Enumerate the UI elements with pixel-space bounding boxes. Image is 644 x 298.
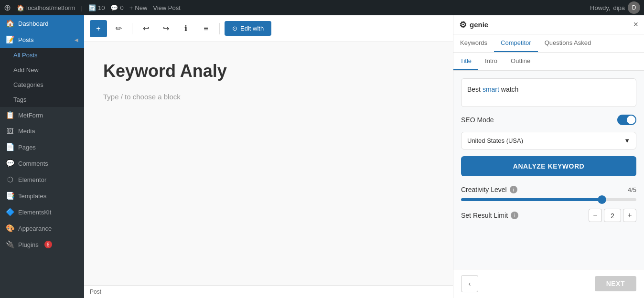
comment-count[interactable]: 💬 0 bbox=[110, 4, 123, 11]
sidebar-label-categories: Categories bbox=[13, 81, 43, 88]
new-item[interactable]: + New bbox=[129, 4, 148, 11]
tab-title-label: Title bbox=[460, 57, 472, 64]
country-selected-value: United States (USA) bbox=[467, 137, 523, 144]
comment-number: 0 bbox=[120, 4, 123, 11]
country-select[interactable]: United States (USA) ▼ bbox=[461, 132, 636, 149]
sidebar-item-all-posts[interactable]: All Posts bbox=[0, 48, 84, 63]
info-button[interactable]: ℹ bbox=[177, 20, 194, 37]
nav-footer: ‹ NEXT bbox=[453, 269, 644, 298]
sidebar-item-plugins[interactable]: 🔌 Plugins 6 bbox=[0, 236, 84, 253]
result-limit-label: Set Result Limit bbox=[461, 212, 508, 219]
creativity-value: 4/5 bbox=[628, 186, 636, 193]
elementor-icon: ⬡ bbox=[6, 175, 14, 184]
sidebar-item-appearance[interactable]: 🎨 Appearance bbox=[0, 220, 84, 236]
sidebar-label-appearance: Appearance bbox=[18, 225, 52, 232]
decrease-limit-button[interactable]: − bbox=[589, 209, 602, 222]
pages-icon: 📄 bbox=[6, 143, 14, 151]
creativity-info-icon[interactable]: i bbox=[510, 186, 517, 193]
sidebar-label-posts: Posts bbox=[18, 36, 34, 43]
result-limit-controls: − 2 + bbox=[589, 209, 636, 222]
info-icon: ℹ bbox=[184, 24, 187, 33]
title-input-box[interactable]: Best smart watch bbox=[461, 78, 636, 107]
sidebar-label-elementskit: ElementsKit bbox=[18, 209, 51, 216]
view-post-link[interactable]: View Post bbox=[153, 4, 181, 11]
increase-limit-button[interactable]: + bbox=[623, 209, 636, 222]
close-panel-button[interactable]: × bbox=[633, 20, 638, 30]
editor-content: Keyword Analy Type / to choose a block bbox=[84, 42, 453, 285]
seo-mode-label: SEO Mode bbox=[461, 116, 494, 124]
main-layout: 🏠 Dashboard 📝 Posts ◀ All Posts Add New … bbox=[0, 15, 644, 298]
toolbar-divider bbox=[132, 23, 132, 34]
analyze-keyword-button[interactable]: ANALYZE KEYWORD bbox=[461, 156, 636, 176]
tab-outline[interactable]: Outline bbox=[504, 53, 537, 70]
genie-icon: ⚙ bbox=[459, 20, 467, 30]
highlight-word: smart bbox=[483, 85, 499, 93]
limit-value: 2 bbox=[604, 209, 621, 222]
footer-label: Post bbox=[90, 288, 101, 295]
genie-label: genie bbox=[470, 21, 488, 29]
sidebar-item-templates[interactable]: 📑 Templates bbox=[0, 188, 84, 204]
seo-mode-row: SEO Mode bbox=[461, 115, 636, 125]
sidebar-item-elementor[interactable]: ⬡ Elementor bbox=[0, 171, 84, 188]
arrow-icon: ◀ bbox=[75, 37, 78, 43]
edit-tool-button[interactable]: ✏ bbox=[110, 20, 127, 37]
edit-with-button[interactable]: ⊙ Edit with bbox=[225, 21, 271, 36]
templates-icon: 📑 bbox=[6, 192, 14, 200]
appearance-icon: 🎨 bbox=[6, 224, 14, 233]
sidebar-item-categories[interactable]: Categories bbox=[0, 77, 84, 92]
update-number: 10 bbox=[98, 4, 105, 11]
creativity-label: Creativity Level bbox=[461, 186, 507, 193]
wp-logo-icon[interactable]: ⊕ bbox=[4, 2, 11, 13]
sidebar-item-pages[interactable]: 📄 Pages bbox=[0, 139, 84, 155]
sidebar-label-pages: Pages bbox=[18, 144, 36, 151]
panel-content: Best smart watch SEO Mode United States … bbox=[453, 71, 644, 269]
tab-title[interactable]: Title bbox=[453, 53, 478, 70]
dashboard-icon: 🏠 bbox=[6, 19, 14, 28]
result-limit-info-icon[interactable]: i bbox=[511, 212, 518, 219]
sidebar-label-elementor: Elementor bbox=[18, 176, 46, 183]
next-button[interactable]: NEXT bbox=[595, 276, 636, 291]
edit-with-label: Edit with bbox=[240, 25, 264, 32]
seo-mode-toggle[interactable] bbox=[617, 115, 636, 125]
tab-competitor[interactable]: Competitor bbox=[494, 34, 538, 52]
tab-intro[interactable]: Intro bbox=[478, 53, 504, 70]
username-text: dipa bbox=[613, 4, 625, 11]
sidebar-label-templates: Templates bbox=[18, 192, 46, 200]
undo-button[interactable]: ↩ bbox=[137, 20, 154, 37]
sidebar-item-posts[interactable]: 📝 Posts ◀ bbox=[0, 32, 84, 48]
plus-block-icon: + bbox=[96, 24, 100, 33]
list-view-button[interactable]: ≡ bbox=[197, 20, 215, 37]
creativity-slider-fill bbox=[461, 198, 601, 201]
sidebar-item-elementskit[interactable]: 🔷 ElementsKit bbox=[0, 204, 84, 220]
back-button[interactable]: ‹ bbox=[461, 275, 478, 292]
creativity-slider-thumb[interactable] bbox=[598, 195, 606, 204]
list-icon: ≡ bbox=[204, 24, 208, 33]
sidebar-item-add-new[interactable]: Add New bbox=[0, 63, 84, 77]
redo-button[interactable]: ↪ bbox=[157, 20, 174, 37]
comment-icon: 💬 bbox=[110, 4, 118, 11]
sidebar: 🏠 Dashboard 📝 Posts ◀ All Posts Add New … bbox=[0, 15, 84, 298]
add-block-button[interactable]: + bbox=[90, 20, 107, 37]
site-url: localhost/metform bbox=[26, 4, 75, 11]
tab-keywords-label: Keywords bbox=[460, 39, 487, 46]
site-name[interactable]: 🏠 localhost/metform bbox=[17, 4, 75, 11]
sidebar-item-media[interactable]: 🖼 Media bbox=[0, 123, 84, 139]
block-hint[interactable]: Type / to choose a block bbox=[103, 93, 434, 101]
tab-questions-asked[interactable]: Questions Asked bbox=[538, 34, 598, 52]
tab-competitor-label: Competitor bbox=[501, 39, 531, 46]
comments-icon: 💬 bbox=[6, 159, 14, 168]
result-limit-row: Set Result Limit i − 2 + bbox=[461, 209, 636, 222]
admin-bar: ⊕ 🏠 localhost/metform | 🔄 10 💬 0 + New V… bbox=[0, 0, 644, 15]
tab-outline-label: Outline bbox=[511, 57, 530, 64]
sidebar-item-metform[interactable]: 📋 MetForm bbox=[0, 107, 84, 123]
creativity-label-row: Creativity Level i bbox=[461, 186, 517, 193]
metform-icon: 📋 bbox=[6, 111, 14, 119]
sidebar-item-dashboard[interactable]: 🏠 Dashboard bbox=[0, 15, 84, 32]
update-count[interactable]: 🔄 10 bbox=[88, 4, 105, 11]
sidebar-item-comments[interactable]: 💬 Comments bbox=[0, 155, 84, 171]
close-icon: × bbox=[633, 20, 638, 29]
tab-keywords[interactable]: Keywords bbox=[453, 34, 494, 52]
toolbar-divider-2 bbox=[219, 23, 220, 34]
sidebar-item-tags[interactable]: Tags bbox=[0, 92, 84, 107]
creativity-header: Creativity Level i 4/5 bbox=[461, 186, 636, 193]
